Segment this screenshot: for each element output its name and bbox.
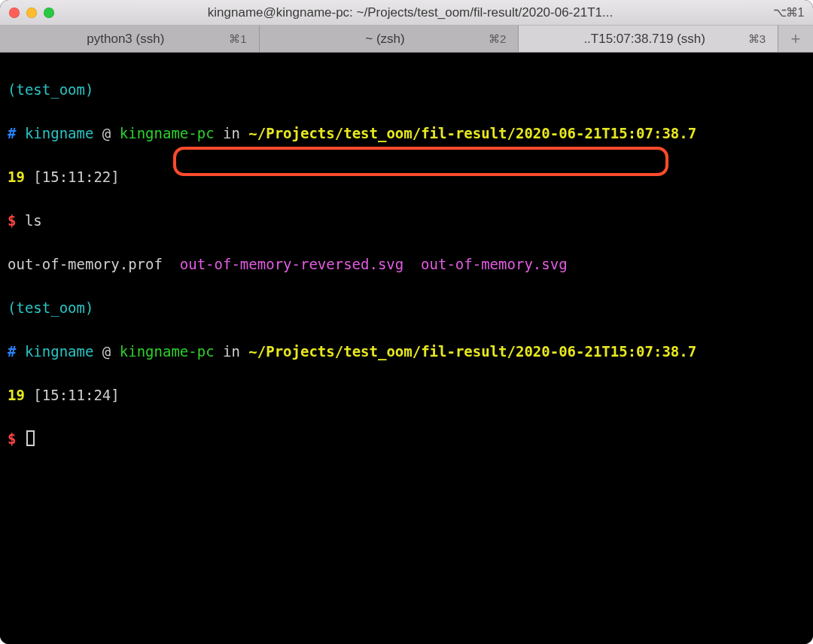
prompt-path-cont: 19 [8, 169, 25, 185]
tab-label: ~ (zsh) [365, 32, 412, 47]
tab-shortcut: ⌘3 [748, 32, 766, 46]
prompt-hash: # [8, 125, 16, 141]
window-shortcut: ⌥⌘1 [773, 5, 804, 20]
prompt-symbol: $ [8, 430, 16, 447]
prompt-host: kingname-pc [120, 343, 215, 360]
tab-1[interactable]: python3 (ssh) ⌘1 [0, 26, 260, 52]
tab-shortcut: ⌘2 [489, 32, 506, 46]
prompt-time: [15:11:22] [25, 169, 120, 185]
tab-2[interactable]: ~ (zsh) ⌘2 [260, 26, 519, 52]
prompt-path: ~/Projects/test_oom/fil-result/2020-06-2… [248, 125, 696, 141]
tab-3-active[interactable]: ..T15:07:38.719 (ssh) ⌘3 [519, 26, 778, 52]
output-file-svg: out-of-memory.svg [421, 256, 567, 272]
prompt-hash: # [8, 343, 16, 360]
prompt-host: kingname-pc [120, 125, 215, 141]
titlebar[interactable]: kingname@kingname-pc: ~/Projects/test_oo… [0, 0, 813, 26]
prompt-path-cont: 19 [8, 387, 25, 403]
window-title: kingname@kingname-pc: ~/Projects/test_oo… [60, 5, 760, 20]
command-ls: ls [16, 212, 41, 229]
prompt-at: @ [93, 343, 119, 360]
terminal-window: kingname@kingname-pc: ~/Projects/test_oo… [0, 0, 813, 644]
virtualenv: (test_oom) [8, 81, 93, 98]
plus-icon: + [791, 29, 801, 49]
prompt-in: in [215, 125, 249, 141]
zoom-button[interactable] [44, 8, 54, 18]
cursor [26, 430, 35, 446]
prompt-time: [15:11:24] [25, 387, 120, 403]
minimize-button[interactable] [26, 8, 37, 18]
traffic-lights [9, 8, 54, 18]
prompt-in: in [215, 343, 249, 360]
output-file-svg: out-of-memory-reversed.svg [180, 256, 403, 272]
virtualenv: (test_oom) [8, 299, 93, 316]
prompt-user: kingname [25, 125, 94, 141]
terminal-output[interactable]: (test_oom) # kingname @ kingname-pc in ~… [0, 53, 813, 644]
prompt-symbol: $ [8, 212, 16, 229]
tab-label: ..T15:07:38.719 (ssh) [583, 32, 713, 47]
tab-shortcut: ⌘1 [229, 32, 246, 46]
new-tab-button[interactable]: + [778, 26, 813, 52]
prompt-at: @ [93, 125, 119, 141]
tab-label: python3 (ssh) [87, 32, 172, 47]
prompt-path: ~/Projects/test_oom/fil-result/2020-06-2… [248, 343, 696, 360]
tabbar: python3 (ssh) ⌘1 ~ (zsh) ⌘2 ..T15:07:38.… [0, 26, 813, 53]
output-file: out-of-memory.prof [8, 256, 163, 272]
prompt-user: kingname [25, 343, 94, 360]
close-button[interactable] [9, 8, 20, 18]
